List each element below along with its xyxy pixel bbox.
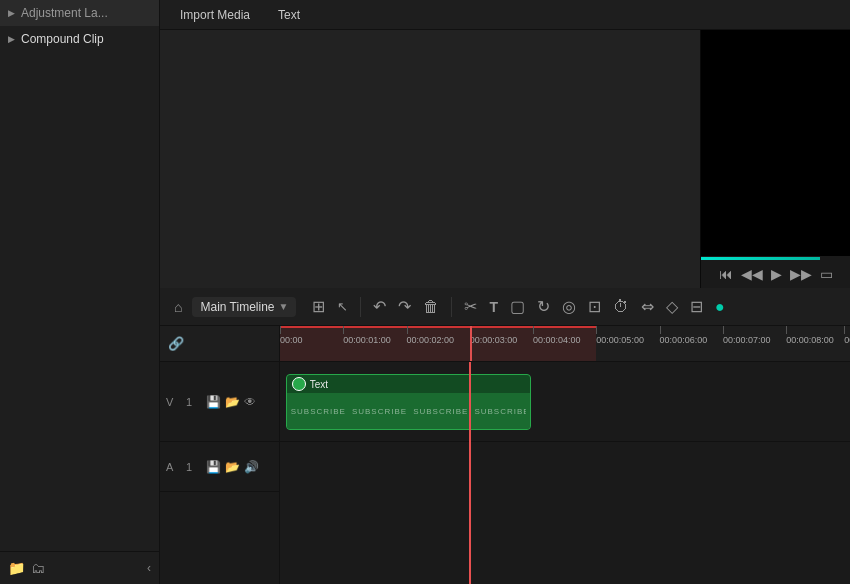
ruler-time: 00:00:02:00 [407,335,455,345]
motion-button[interactable]: ⊡ [584,294,605,319]
text-button[interactable]: Text [274,6,304,24]
timeline-label[interactable]: Main Timeline ▼ [192,297,296,317]
preview-area [160,30,700,288]
ruler-time: 00:00:05:00 [596,335,644,345]
sidebar: ▶ Adjustment La... ▶ Compound Clip 📁 🗂 ‹ [0,0,160,584]
frame-back-button[interactable]: ◀◀ [741,266,763,282]
ruler-time: 00:00:08:00 [786,335,834,345]
progress-bar [701,256,850,260]
separator [451,297,452,317]
track-label-v1: V 1 💾 📂 👁 [160,362,279,442]
folder-icon[interactable]: 📂 [225,460,240,474]
ruler-time: 00:00:01:00 [343,335,391,345]
progress-fill [701,257,820,260]
effects-button[interactable]: ◇ [662,294,682,319]
ruler-time: 00:00 [280,335,303,345]
crop-button[interactable]: ▭ [820,266,833,282]
caption-button[interactable]: ⊟ [686,294,707,319]
track-label-a1: A 1 💾 📂 🔊 [160,442,279,492]
folder-icon[interactable]: 📂 [225,395,240,409]
track-labels: V 1 💾 📂 👁 A 1 💾 📂 🔊 [160,362,280,584]
collapse-icon[interactable]: ‹ [147,561,151,575]
ruler-line [343,326,344,334]
app-root: ▶ Adjustment La... ▶ Compound Clip 📁 🗂 ‹… [0,0,850,584]
timer-button[interactable]: ⏱ [609,295,633,319]
ruler-line [596,326,597,334]
video-clip[interactable]: Text SUBSCRIBE SUBSCRIBE SUBSCRIBE SU [286,374,531,430]
save-icon[interactable]: 💾 [206,460,221,474]
save-icon[interactable]: 💾 [206,395,221,409]
timeline-toolbar: ⌂ Main Timeline ▼ ⊞ ↖ ↶ ↷ 🗑 ✂ T ▢ ↻ ◎ ⊡ … [160,288,850,326]
grid-tool-button[interactable]: ⊞ [308,294,329,319]
stretch-button[interactable]: ⇔ [637,294,658,319]
track-number-a1: A [166,461,182,473]
sidebar-item-label: Compound Clip [21,32,104,46]
tracks-body: ✕ Text [280,362,850,584]
delete-button[interactable]: 🗑 [419,295,443,319]
playhead-ruler [470,326,472,361]
wave-section: SUBSCRIBE SUBSCRIBE SUBSCRIBE SUBSCRIBE … [291,407,526,416]
skip-back-button[interactable]: ⏮ [719,266,733,282]
folder-icon[interactable]: 🗂 [31,560,45,576]
import-media-button[interactable]: Import Media [176,6,254,24]
eye-icon[interactable]: 👁 [244,395,256,409]
v1-track: ✕ Text [280,362,850,442]
ruler-time: 00:00:03:00 [470,335,518,345]
timeline-name: Main Timeline [200,300,274,314]
track-number: 1 [186,396,202,408]
timeline-content: 🔗 00:00 00:00:01:00 [160,326,850,584]
track-label-header: 🔗 [160,326,280,361]
ruler-line [723,326,724,334]
sidebar-item-label: Adjustment La... [21,6,108,20]
sidebar-item-compound[interactable]: ▶ Compound Clip [0,26,159,52]
playhead: ✕ [458,362,482,584]
track-number-v1: V [166,396,182,408]
ruler-time: 00:00:04:00 [533,335,581,345]
select-tool-button[interactable]: ↖ [333,296,352,317]
ruler-line [407,326,408,334]
link-icon[interactable]: 🔗 [168,336,184,351]
text-tool-button[interactable]: T [485,296,502,318]
ruler-line [786,326,787,334]
sidebar-item-adjustment[interactable]: ▶ Adjustment La... [0,0,159,26]
redo-button[interactable]: ↷ [394,294,415,319]
clip-header: Text [287,375,530,393]
tracks-area: V 1 💾 📂 👁 A 1 💾 📂 🔊 [160,362,850,584]
speed-button[interactable]: ↻ [533,294,554,319]
track-number: 1 [186,461,202,473]
separator [360,297,361,317]
add-folder-icon[interactable]: 📁 [8,560,25,576]
timeline-header-row: 🔗 00:00 00:00:01:00 [160,326,850,362]
clip-icon [292,377,306,391]
sidebar-bottom: 📁 🗂 ‹ [0,551,159,584]
color-button[interactable]: ◎ [558,294,580,319]
ruler-line [280,326,281,334]
subscribe-text: SUBSCRIBE [291,407,346,416]
undo-button[interactable]: ↶ [369,294,390,319]
top-toolbar: Import Media Text [160,0,850,30]
ruler-line [533,326,534,334]
subscribe-text: SUBSCRIBE [474,407,525,416]
profile-button[interactable]: ● [711,295,729,319]
preview-section: ⏮ ◀◀ ▶ ▶▶ ▭ [160,30,850,288]
cut-button[interactable]: ✂ [460,294,481,319]
preview-black [701,30,850,256]
home-button[interactable]: ⌂ [168,296,188,318]
clip-body: SUBSCRIBE SUBSCRIBE SUBSCRIBE SUBSCRIBE … [287,393,530,429]
a1-track [280,442,850,492]
ruler-time: 00:00:09:00 [844,335,850,345]
chevron-right-icon: ▶ [8,34,15,44]
subscribe-text: SUBSCRIBE [352,407,407,416]
ruler: 00:00 00:00:01:00 00:00:02:00 00:00 [280,326,850,361]
frame-forward-button[interactable]: ▶▶ [790,266,812,282]
speaker-icon[interactable]: 🔊 [244,460,259,474]
right-panel: ⏮ ◀◀ ▶ ▶▶ ▭ [700,30,850,288]
crop-tool-button[interactable]: ▢ [506,294,529,319]
chevron-right-icon: ▶ [8,8,15,18]
play-button[interactable]: ▶ [771,266,782,282]
ruler-time: 00:00:06:00 [660,335,708,345]
ruler-time: 00:00:07:00 [723,335,771,345]
timeline-chevron: ▼ [279,301,289,312]
ruler-line [660,326,661,334]
playhead-line [469,362,471,584]
